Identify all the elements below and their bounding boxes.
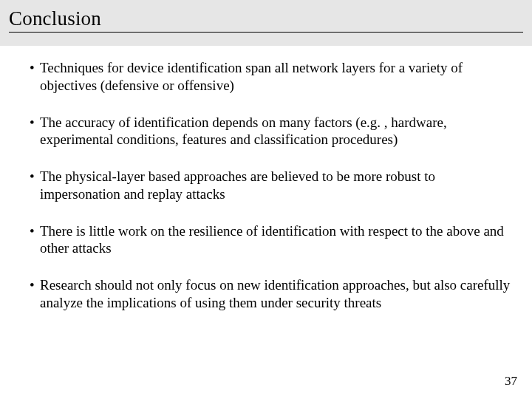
- title-underline: [9, 32, 523, 33]
- bullet-item: There is little work on the resilience o…: [21, 222, 511, 258]
- slide-body: Techniques for device identification spa…: [0, 46, 532, 312]
- slide-title: Conclusion: [9, 7, 523, 30]
- title-bar: Conclusion: [0, 0, 532, 46]
- bullet-list: Techniques for device identification spa…: [21, 59, 511, 312]
- bullet-item: The physical-layer based approaches are …: [21, 168, 511, 203]
- slide: Conclusion Techniques for device identif…: [0, 0, 532, 399]
- page-number: 37: [505, 374, 517, 389]
- bullet-item: The accuracy of identification depends o…: [21, 114, 511, 149]
- bullet-item: Research should not only focus on new id…: [21, 276, 511, 312]
- bullet-item: Techniques for device identification spa…: [21, 59, 511, 95]
